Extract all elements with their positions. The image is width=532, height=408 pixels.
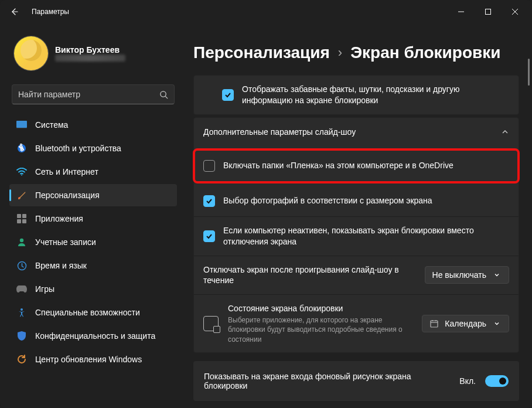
svg-point-9	[21, 175, 22, 176]
toggle-signin-bg[interactable]	[485, 375, 509, 387]
checkbox-inactive[interactable]	[203, 230, 215, 242]
lockscreen-status-icon	[203, 316, 219, 331]
paintbrush-icon	[16, 190, 27, 200]
checkbox-fit[interactable]	[203, 195, 215, 207]
svg-point-16	[21, 308, 23, 311]
label: Состояние экрана блокировки	[228, 303, 414, 314]
row-status: Состояние экрана блокировки Выберите при…	[194, 294, 519, 352]
breadcrumb: Персонализация › Экран блокировки	[193, 43, 519, 62]
person-icon	[16, 237, 27, 247]
nav-label: Центр обновления Windows	[35, 355, 142, 364]
label: Отображать забавные факты, шутки, подска…	[242, 84, 509, 106]
svg-rect-13	[22, 219, 26, 223]
maximize-button[interactable]	[475, 2, 502, 21]
nav-label: Конфиденциальность и защита	[35, 331, 155, 341]
close-button[interactable]	[502, 2, 528, 21]
row-fit[interactable]: Выбор фотографий в соответствии с размер…	[194, 186, 519, 216]
dropdown-turnoff[interactable]: Не выключать	[425, 266, 509, 284]
scrollbar-thumb[interactable]	[528, 59, 530, 86]
row-funfacts[interactable]: Отображать забавные факты, шутки, подска…	[193, 75, 519, 115]
wifi-icon	[16, 166, 27, 177]
dropdown-value: Не выключать	[432, 270, 486, 280]
expander-title: Дополнительные параметры слайд-шоу	[203, 127, 501, 137]
titlebar: Параметры	[0, 0, 532, 23]
gamepad-icon	[16, 284, 27, 294]
svg-point-4	[161, 91, 166, 96]
nav-label: Персонализация	[35, 191, 100, 200]
apps-icon	[16, 213, 27, 224]
svg-rect-11	[22, 214, 26, 218]
nav-accounts[interactable]: Учетные записи	[9, 231, 177, 253]
label: Отключать экран после проигрывания слайд…	[203, 264, 417, 287]
shield-icon	[16, 331, 27, 341]
nav-label: Система	[35, 120, 68, 130]
nav-label: Приложения	[35, 214, 83, 223]
window-title: Параметры	[32, 8, 69, 16]
svg-rect-1	[486, 9, 491, 15]
row-inactive[interactable]: Если компьютер неактивен, показывать экр…	[194, 216, 519, 256]
nav-label: Сеть и Интернет	[35, 167, 98, 176]
nav-label: Учетные записи	[35, 237, 96, 247]
search-input[interactable]	[18, 90, 159, 99]
nav-gaming[interactable]: Игры	[9, 278, 177, 300]
nav-apps[interactable]: Приложения	[9, 208, 177, 230]
chevron-down-icon	[492, 319, 502, 328]
update-icon	[16, 354, 27, 365]
nav-label: Игры	[35, 284, 54, 294]
expander-header[interactable]: Дополнительные параметры слайд-шоу	[194, 118, 519, 146]
nav-bluetooth[interactable]: Bluetooth и устройства	[9, 137, 177, 159]
globe-clock-icon	[16, 260, 27, 271]
label: Если компьютер неактивен, показывать экр…	[223, 225, 509, 247]
nav-time[interactable]: Время и язык	[9, 254, 177, 277]
bluetooth-icon	[16, 143, 27, 154]
search-icon	[159, 90, 168, 99]
dropdown-status-app[interactable]: Календарь	[422, 315, 509, 332]
nav-label: Время и язык	[35, 261, 87, 270]
user-name: Виктор Бухтеев	[55, 45, 125, 55]
nav-privacy[interactable]: Конфиденциальность и защита	[9, 325, 177, 347]
avatar	[14, 36, 48, 70]
sidebar: Виктор Бухтеев Система Bluetooth и устро…	[0, 23, 182, 408]
nav-update[interactable]: Центр обновления Windows	[9, 348, 177, 370]
display-icon	[16, 120, 27, 130]
main-content: Персонализация › Экран блокировки Отобра…	[182, 23, 532, 408]
svg-rect-12	[17, 219, 21, 223]
row-signin-bg[interactable]: Показывать на экране входа фоновый рисун…	[193, 361, 519, 401]
row-camera-roll[interactable]: Включать папки «Пленка» на этом компьюте…	[195, 151, 517, 181]
expander-slideshow: Дополнительные параметры слайд-шоу Включ…	[193, 117, 519, 353]
svg-point-14	[20, 239, 23, 242]
svg-rect-10	[17, 214, 21, 218]
nav-label: Специальные возможности	[35, 308, 140, 317]
user-block[interactable]: Виктор Бухтеев	[9, 30, 177, 80]
sublabel: Выберите приложение, для которого на экр…	[228, 315, 414, 344]
search-box[interactable]	[12, 84, 175, 104]
chevron-up-icon	[501, 128, 509, 136]
chevron-right-icon: ›	[338, 45, 342, 60]
nav-accessibility[interactable]: Специальные возможности	[9, 301, 177, 324]
nav-personalization[interactable]: Персонализация	[9, 184, 177, 206]
user-email	[55, 55, 125, 62]
label: Показывать на экране входа фоновый рисун…	[204, 372, 450, 390]
chevron-down-icon	[492, 270, 502, 280]
calendar-icon	[429, 319, 439, 328]
checkbox-camera-roll[interactable]	[203, 160, 215, 172]
nav-network[interactable]: Сеть и Интернет	[9, 161, 177, 183]
svg-rect-17	[431, 321, 438, 327]
breadcrumb-parent[interactable]: Персонализация	[193, 43, 330, 62]
minimize-button[interactable]	[448, 2, 475, 21]
label: Выбор фотографий в соответствии с размер…	[223, 195, 509, 206]
checkbox-funfacts[interactable]	[222, 89, 234, 101]
dropdown-value: Календарь	[445, 319, 486, 328]
svg-rect-6	[16, 121, 27, 128]
svg-line-5	[165, 96, 168, 98]
back-button[interactable]	[4, 1, 25, 22]
svg-rect-7	[16, 128, 27, 129]
toggle-state: Вкл.	[459, 376, 476, 386]
label: Включать папки «Пленка» на этом компьюте…	[223, 160, 509, 171]
breadcrumb-current: Экран блокировки	[350, 43, 500, 62]
nav-system[interactable]: Система	[9, 114, 177, 136]
nav: Система Bluetooth и устройства Сеть и Ин…	[9, 114, 177, 370]
highlighted-row: Включать папки «Пленка» на этом компьюте…	[193, 148, 520, 183]
row-turnoff: Отключать экран после проигрывания слайд…	[194, 256, 519, 295]
accessibility-icon	[16, 307, 27, 318]
